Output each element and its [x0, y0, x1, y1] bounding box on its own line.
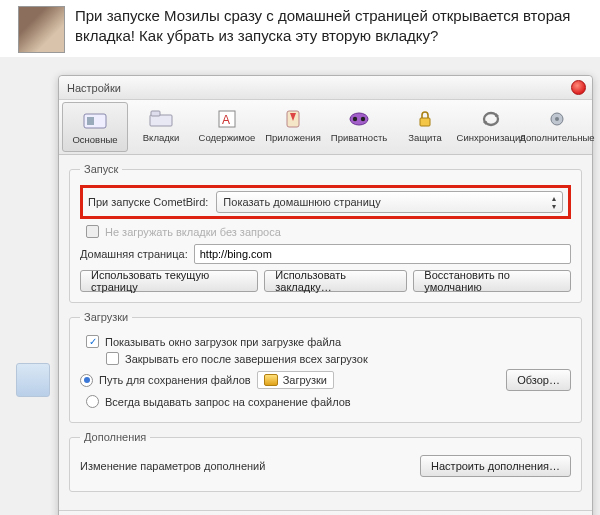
titlebar: Настройки [59, 76, 592, 100]
sync-icon [478, 108, 504, 130]
svg-point-7 [350, 113, 368, 125]
save-to-label: Путь для сохранения файлов [99, 374, 251, 386]
page-header: При запуске Мозилы сразу с домашней стра… [0, 0, 600, 57]
tab-sync[interactable]: Синхронизация [458, 100, 524, 150]
toolbar: Основные Вкладки A Содержимое Приложения… [59, 100, 592, 155]
dialog-footer: OK Отмена [59, 510, 592, 515]
show-window-label: Показывать окно загрузок при загрузке фа… [105, 336, 341, 348]
manage-addons-button[interactable]: Настроить дополнения… [420, 455, 571, 477]
tab-privacy[interactable]: Приватность [326, 100, 392, 150]
use-current-button[interactable]: Использовать текущую страницу [80, 270, 258, 292]
highlighted-row: При запуске CometBird: Показать домашнюю… [80, 185, 571, 219]
addons-group: Дополнения Изменение параметров дополнен… [69, 431, 582, 492]
lock-icon [412, 108, 438, 130]
svg-rect-10 [420, 118, 430, 126]
startup-legend: Запуск [80, 163, 122, 175]
close-after-row: Закрывать его после завершения всех загр… [106, 352, 571, 365]
home-url-input[interactable] [194, 244, 571, 264]
save-path-row: Путь для сохранения файлов Загрузки Обзо… [80, 369, 571, 391]
addons-change-label: Изменение параметров дополнений [80, 460, 265, 472]
show-window-row: ✓ Показывать окно загрузок при загрузке … [86, 335, 571, 348]
addons-legend: Дополнения [80, 431, 150, 443]
browse-button[interactable]: Обзор… [506, 369, 571, 391]
svg-rect-3 [151, 111, 160, 116]
show-window-checkbox[interactable]: ✓ [86, 335, 99, 348]
downloads-legend: Загрузки [80, 311, 132, 323]
dialog-title: Настройки [67, 82, 121, 94]
privacy-icon [346, 108, 372, 130]
always-ask-label: Всегда выдавать запрос на сохранение фай… [105, 396, 351, 408]
svg-rect-1 [87, 117, 94, 125]
tab-tabs-label: Вкладки [143, 132, 179, 143]
tab-content[interactable]: A Содержимое [194, 100, 260, 150]
close-after-checkbox[interactable] [106, 352, 119, 365]
tab-apps[interactable]: Приложения [260, 100, 326, 150]
tab-advanced[interactable]: Дополнительные [524, 100, 590, 150]
avatar [18, 6, 65, 53]
tab-content-label: Содержимое [199, 132, 256, 143]
close-icon[interactable] [571, 80, 586, 95]
svg-rect-2 [150, 115, 172, 126]
tab-main-label: Основные [72, 134, 117, 145]
save-to-radio[interactable] [80, 374, 93, 387]
tab-tabs[interactable]: Вкладки [128, 100, 194, 150]
chevron-updown-icon: ▴▾ [552, 195, 556, 211]
dont-load-checkbox [86, 225, 99, 238]
svg-point-9 [361, 116, 365, 120]
home-row: Домашняя страница: [80, 244, 571, 264]
svg-text:A: A [222, 113, 230, 127]
when-start-label: При запуске CometBird: [88, 196, 208, 208]
save-path-display: Загрузки [257, 371, 334, 389]
tab-privacy-label: Приватность [331, 132, 387, 143]
content-icon: A [214, 108, 240, 130]
switch-icon [82, 110, 108, 132]
tab-security-label: Защита [408, 132, 442, 143]
use-bookmark-button[interactable]: Использовать закладку… [264, 270, 407, 292]
gear-icon [544, 108, 570, 130]
dialog-content: Запуск При запуске CometBird: Показать д… [59, 155, 592, 510]
home-buttons: Использовать текущую страницу Использова… [80, 270, 571, 292]
when-start-select[interactable]: Показать домашнюю страницу ▴▾ [216, 191, 563, 213]
startup-group: Запуск При запуске CometBird: Показать д… [69, 163, 582, 303]
question-text: При запуске Мозилы сразу с домашней стра… [75, 6, 590, 47]
tab-main[interactable]: Основные [62, 102, 128, 152]
always-ask-radio[interactable] [86, 395, 99, 408]
tabs-icon [148, 108, 174, 130]
addons-row: Изменение параметров дополнений Настроит… [80, 455, 571, 477]
always-ask-row: Всегда выдавать запрос на сохранение фай… [86, 395, 571, 408]
folder-icon [264, 374, 278, 386]
dont-load-row: Не загружать вкладки без запроса [86, 225, 571, 238]
dont-load-label: Не загружать вкладки без запроса [105, 226, 281, 238]
tab-sync-label: Синхронизация [457, 132, 526, 143]
save-path-value: Загрузки [283, 374, 327, 386]
downloads-group: Загрузки ✓ Показывать окно загрузок при … [69, 311, 582, 423]
side-thumbnail [16, 363, 50, 397]
svg-point-8 [353, 116, 357, 120]
settings-dialog: Настройки Основные Вкладки A Содержимое … [58, 75, 593, 515]
close-after-label: Закрывать его после завершения всех загр… [125, 353, 368, 365]
tab-advanced-label: Дополнительные [519, 132, 594, 143]
tab-security[interactable]: Защита [392, 100, 458, 150]
home-label: Домашняя страница: [80, 248, 188, 260]
restore-default-button[interactable]: Восстановить по умолчанию [413, 270, 571, 292]
apps-icon [280, 108, 306, 130]
tab-apps-label: Приложения [265, 132, 321, 143]
svg-point-12 [555, 117, 559, 121]
when-start-value: Показать домашнюю страницу [223, 196, 380, 208]
